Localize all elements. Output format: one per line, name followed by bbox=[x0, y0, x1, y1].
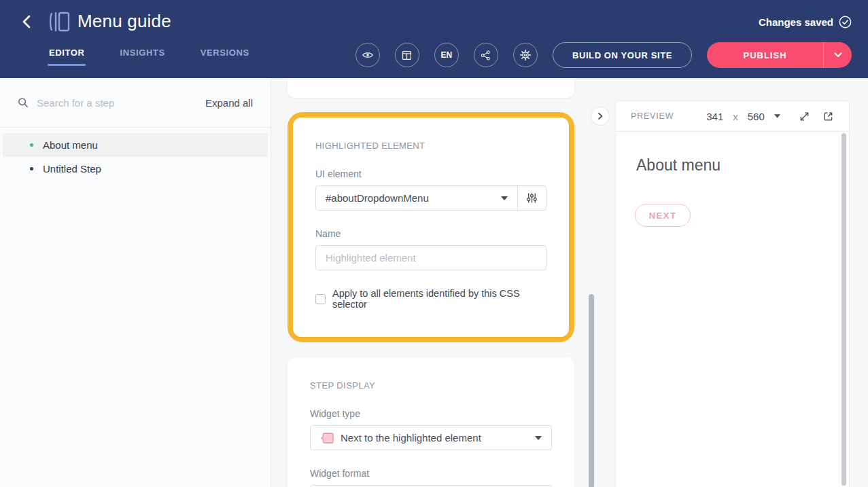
guide-title: Menu guide bbox=[77, 11, 171, 32]
layout-button[interactable] bbox=[395, 43, 419, 67]
apply-all-checkbox[interactable] bbox=[315, 294, 326, 304]
preview-scrollbar-thumb[interactable] bbox=[841, 133, 846, 486]
steps-sidebar: Expand all About menu Untitled Step bbox=[0, 78, 271, 487]
widget-type-select[interactable]: Next to the highlighted element bbox=[311, 426, 551, 450]
caret-down-icon bbox=[501, 196, 508, 200]
step-item-label: Untitled Step bbox=[43, 163, 101, 175]
preview-height: 560 bbox=[748, 111, 765, 122]
tooltip-bubble-icon bbox=[320, 431, 335, 446]
language-label: EN bbox=[441, 50, 453, 60]
check-circle-icon bbox=[839, 16, 852, 29]
expand-all-link[interactable]: Expand all bbox=[205, 97, 253, 109]
tab-insights[interactable]: INSIGHTS bbox=[120, 48, 164, 66]
card-heading: STEP DISPLAY bbox=[310, 380, 552, 391]
publish-button[interactable]: PUBLISH bbox=[707, 42, 852, 68]
highlighted-element-card: HIGHLIGHTED ELEMENT UI element #aboutDro… bbox=[293, 118, 569, 337]
share-icon bbox=[480, 50, 491, 61]
save-status: Changes saved bbox=[759, 16, 852, 29]
resize-diagonal-icon bbox=[799, 111, 810, 122]
widget-format-label: Widget format bbox=[310, 468, 552, 479]
gear-icon bbox=[519, 49, 532, 61]
app-header: Menu guide Changes saved EDITOR INSIGHTS… bbox=[0, 0, 868, 78]
back-chevron-icon bbox=[19, 14, 35, 30]
highlight-ring: HIGHLIGHTED ELEMENT UI element #aboutDro… bbox=[288, 112, 574, 342]
step-item-about-menu[interactable]: About menu bbox=[3, 133, 268, 157]
element-selector-settings-button[interactable] bbox=[517, 186, 546, 210]
external-link-icon bbox=[822, 111, 834, 122]
caret-down-icon bbox=[774, 114, 780, 118]
guide-logo-icon bbox=[48, 11, 71, 33]
settings-button[interactable] bbox=[513, 43, 538, 67]
preview-eye-button[interactable] bbox=[355, 43, 380, 67]
apply-all-checkbox-row[interactable]: Apply to all elements identified by this… bbox=[315, 288, 546, 310]
publish-dropdown-button[interactable] bbox=[823, 42, 852, 68]
preview-dimensions-dropdown[interactable]: 341 x 560 bbox=[706, 111, 780, 122]
step-list: About menu Untitled Step bbox=[0, 128, 271, 181]
preview-region: PREVIEW 341 x 560 bbox=[600, 78, 868, 487]
open-external-preview-button[interactable] bbox=[822, 111, 834, 122]
preview-canvas: About menu NEXT bbox=[616, 132, 849, 487]
ui-element-label: UI element bbox=[315, 168, 546, 179]
build-on-your-site-button[interactable]: BUILD ON YOUR SITE bbox=[553, 42, 692, 68]
ui-element-select[interactable]: #aboutDropdownMenu bbox=[316, 186, 517, 210]
step-item-label: About menu bbox=[43, 139, 98, 151]
share-button[interactable] bbox=[474, 43, 498, 67]
language-button[interactable]: EN bbox=[434, 43, 459, 67]
preview-width: 341 bbox=[706, 111, 723, 122]
collapse-preview-button[interactable] bbox=[591, 107, 610, 126]
widget-type-label: Widget type bbox=[310, 408, 552, 419]
header-tabs: EDITOR INSIGHTS VERSIONS bbox=[49, 48, 249, 66]
previous-settings-card-partial bbox=[288, 78, 574, 98]
step-display-card: STEP DISPLAY Widget type Next to the hig… bbox=[288, 357, 574, 487]
search-icon bbox=[18, 97, 29, 108]
step-item-untitled-step[interactable]: Untitled Step bbox=[3, 157, 268, 181]
preview-step-title: About menu bbox=[636, 156, 721, 175]
chevron-right-icon bbox=[597, 112, 604, 120]
name-label: Name bbox=[315, 228, 546, 239]
sliders-icon bbox=[526, 192, 538, 204]
back-button[interactable] bbox=[19, 14, 35, 30]
tab-editor[interactable]: EDITOR bbox=[49, 48, 84, 66]
step-status-dot bbox=[30, 167, 33, 170]
preview-label: PREVIEW bbox=[631, 111, 674, 121]
tab-versions[interactable]: VERSIONS bbox=[201, 48, 249, 66]
preview-panel: PREVIEW 341 x 560 bbox=[615, 101, 850, 487]
chevron-down-icon bbox=[834, 52, 842, 58]
publish-label[interactable]: PUBLISH bbox=[707, 50, 823, 60]
widget-type-value: Next to the highlighted element bbox=[341, 432, 530, 444]
search-step-input[interactable] bbox=[37, 97, 197, 109]
step-status-dot bbox=[30, 143, 33, 147]
caret-down-icon bbox=[535, 436, 542, 440]
layout-panel-icon bbox=[401, 50, 413, 61]
highlighted-element-name-input[interactable] bbox=[315, 245, 546, 270]
apply-all-checkbox-label: Apply to all elements identified by this… bbox=[332, 288, 546, 310]
expand-preview-button[interactable] bbox=[799, 111, 810, 122]
card-heading: HIGHLIGHTED ELEMENT bbox=[315, 141, 546, 151]
editor-main: HIGHLIGHTED ELEMENT UI element #aboutDro… bbox=[271, 78, 600, 487]
main-scrollbar[interactable] bbox=[589, 78, 594, 487]
ui-element-value: #aboutDropdownMenu bbox=[326, 192, 496, 204]
dimensions-separator: x bbox=[733, 111, 738, 122]
save-status-text: Changes saved bbox=[759, 16, 833, 28]
preview-next-button[interactable]: NEXT bbox=[635, 204, 691, 227]
main-scrollbar-thumb[interactable] bbox=[589, 294, 594, 487]
eye-icon bbox=[362, 49, 374, 61]
